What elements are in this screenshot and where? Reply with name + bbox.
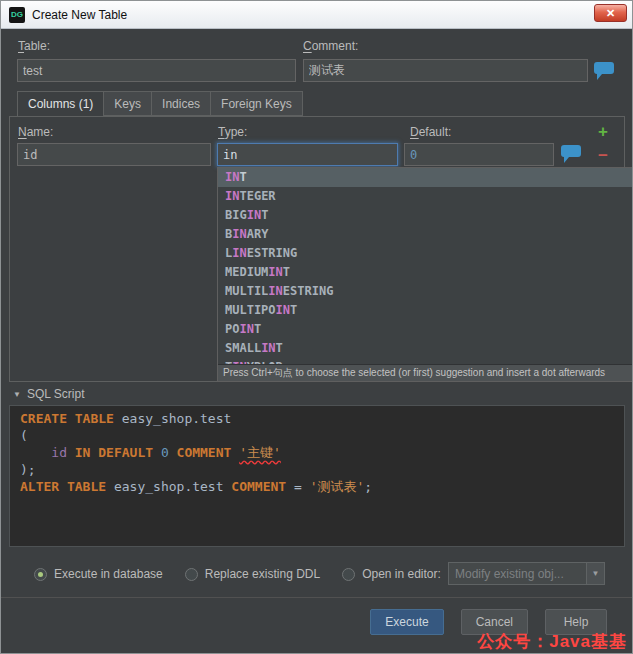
- autocomplete-item-point[interactable]: POINT: [218, 320, 632, 339]
- comment-bubble-icon[interactable]: [594, 62, 614, 80]
- combo-value: Modify existing obj...: [449, 563, 586, 584]
- execution-options: Execute in databaseReplace existing DDLO…: [34, 563, 441, 585]
- sql-line: (: [20, 427, 624, 444]
- sql-line: id IN DEFAULT 0 COMMENT '主键': [20, 444, 624, 461]
- autocomplete-item-multilinestring[interactable]: MULTILINESTRING: [218, 282, 632, 301]
- table-label: Table:: [18, 39, 50, 53]
- autocomplete-item-multipoint[interactable]: MULTIPOINT: [218, 301, 632, 320]
- comment-label: Comment:: [303, 39, 358, 53]
- column-type-input[interactable]: [217, 143, 398, 166]
- datagrip-icon: DG: [9, 7, 25, 23]
- tab-foreign-keys[interactable]: Foreign Keys: [211, 91, 303, 116]
- autocomplete-item-binary[interactable]: BINARY: [218, 225, 632, 244]
- type-label: Type:: [218, 125, 247, 139]
- open-in-editor-combo[interactable]: Modify existing obj... ▼: [448, 562, 605, 585]
- autocomplete-item-bigint[interactable]: BIGINT: [218, 206, 632, 225]
- column-name-input[interactable]: [17, 143, 211, 166]
- radio-icon: [342, 568, 355, 581]
- close-button[interactable]: ✕: [594, 4, 627, 22]
- tab-columns-1[interactable]: Columns (1): [17, 91, 104, 117]
- sql-script-title: SQL Script: [27, 387, 85, 401]
- column-default-input[interactable]: [404, 143, 554, 166]
- combo-dropdown-icon: ▼: [586, 563, 604, 584]
- sql-line: ALTER TABLE easy_shop.test COMMENT = '测试…: [20, 478, 624, 495]
- radio-icon: [34, 568, 47, 581]
- autocomplete-item-int[interactable]: INT: [218, 168, 632, 187]
- sql-script-header[interactable]: ▼ SQL Script: [13, 387, 85, 401]
- radio-execute-in-database[interactable]: Execute in database: [34, 567, 163, 581]
- sql-line: );: [20, 461, 624, 478]
- title-bar[interactable]: DG Create New Table ✕: [1, 1, 632, 29]
- footer-separator: [1, 597, 632, 598]
- tab-indices[interactable]: Indices: [152, 91, 211, 116]
- default-label: Default:: [410, 125, 451, 139]
- radio-label: Open in editor:: [362, 567, 441, 581]
- table-name-input[interactable]: [17, 59, 296, 82]
- tab-bar: Columns (1)KeysIndicesForeign Keys: [17, 91, 303, 117]
- default-comment-bubble-icon[interactable]: [561, 145, 581, 163]
- autocomplete-popup: INTINTEGERBIGINTBINARYLINESTRINGMEDIUMIN…: [217, 167, 632, 382]
- watermark-text: 公众号：Java基基: [477, 630, 627, 653]
- radio-open-in-editor[interactable]: Open in editor:: [342, 567, 441, 581]
- add-column-icon[interactable]: +: [598, 123, 608, 140]
- autocomplete-item-linestring[interactable]: LINESTRING: [218, 244, 632, 263]
- autocomplete-item-mediumint[interactable]: MEDIUMINT: [218, 263, 632, 282]
- autocomplete-item-integer[interactable]: INTEGER: [218, 187, 632, 206]
- radio-replace-existing-ddl[interactable]: Replace existing DDL: [185, 567, 320, 581]
- execute-button[interactable]: Execute: [370, 609, 443, 635]
- radio-icon: [185, 568, 198, 581]
- autocomplete-list: INTINTEGERBIGINTBINARYLINESTRINGMEDIUMIN…: [218, 168, 632, 364]
- radio-label: Replace existing DDL: [205, 567, 320, 581]
- sql-line: CREATE TABLE easy_shop.test: [20, 410, 624, 427]
- remove-column-icon[interactable]: −: [598, 147, 608, 164]
- collapse-arrow-icon[interactable]: ▼: [13, 390, 21, 399]
- window-title: Create New Table: [32, 8, 127, 22]
- autocomplete-hint: Press Ctrl+句点 to choose the selected (or…: [218, 364, 632, 381]
- table-comment-input[interactable]: [303, 59, 588, 82]
- radio-label: Execute in database: [54, 567, 163, 581]
- name-label: Name:: [18, 125, 53, 139]
- sql-editor[interactable]: CREATE TABLE easy_shop.test( id IN DEFAU…: [9, 405, 625, 547]
- autocomplete-item-smallint[interactable]: SMALLINT: [218, 339, 632, 358]
- tab-keys[interactable]: Keys: [104, 91, 152, 116]
- create-new-table-dialog: DG Create New Table ✕ Table: Comment: Co…: [0, 0, 633, 654]
